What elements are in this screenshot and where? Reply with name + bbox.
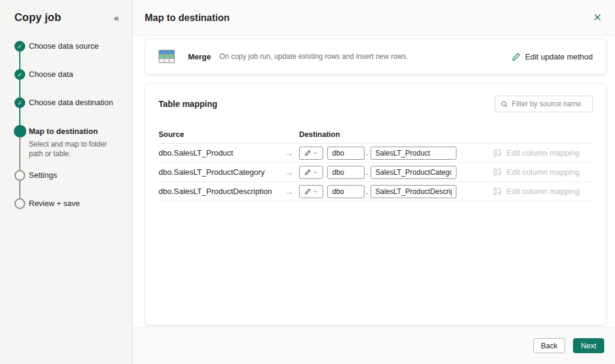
- step-label: Review + save: [29, 198, 132, 209]
- mapping-row: dbo.SalesLT_Product → . Edit column mapp…: [159, 144, 593, 163]
- table-mapping-card: Table mapping Source Destination dbo.Sal…: [145, 83, 607, 326]
- source-column-header: Source: [159, 130, 279, 139]
- collapse-sidebar-icon[interactable]: «: [114, 13, 119, 22]
- edit-destination-dropdown[interactable]: [299, 185, 323, 198]
- update-method-card: Merge On copy job run, update existing r…: [145, 38, 607, 74]
- table-input[interactable]: [371, 166, 456, 179]
- close-icon[interactable]: ✕: [592, 11, 603, 24]
- schema-table-separator: .: [365, 148, 369, 157]
- mapping-table-head: Source Destination: [159, 126, 593, 144]
- pencil-icon: [304, 169, 311, 175]
- step-label: Settings: [29, 170, 132, 181]
- sidebar-header: Copy job «: [0, 11, 132, 24]
- page-title: Map to destination: [145, 13, 229, 23]
- wizard-step[interactable]: Map to destination Select and map to fol…: [0, 126, 132, 170]
- pencil-icon: [512, 52, 521, 61]
- destination-column-header: Destination: [299, 130, 340, 139]
- table-input[interactable]: [371, 185, 456, 198]
- chevron-down-icon: [313, 189, 318, 194]
- check-icon: ✓: [17, 71, 22, 78]
- step-status-icon: [14, 198, 25, 209]
- wizard-step[interactable]: Settings: [0, 170, 132, 198]
- schema-table-separator: .: [365, 168, 369, 177]
- arrow-right-icon: →: [279, 167, 299, 177]
- source-name: dbo.SalesLT_ProductCategory: [159, 168, 279, 177]
- column-mapping-icon: [493, 168, 502, 177]
- step-status-icon: ✓: [14, 41, 25, 52]
- wizard-step[interactable]: ✓ Choose data: [0, 69, 132, 97]
- edit-column-mapping-label: Edit column mapping: [507, 187, 580, 196]
- edit-update-method-label: Edit update method: [525, 52, 593, 61]
- edit-column-mapping-button[interactable]: Edit column mapping: [493, 187, 593, 196]
- update-method-name: Merge: [188, 52, 211, 61]
- check-icon: ✓: [17, 100, 22, 106]
- filter-source-input[interactable]: [512, 100, 587, 108]
- mapping-row: dbo.SalesLT_ProductDescription → . Edit …: [159, 182, 593, 201]
- search-icon: [501, 100, 507, 108]
- edit-column-mapping-button[interactable]: Edit column mapping: [493, 168, 593, 177]
- wizard-step[interactable]: Review + save: [0, 198, 132, 226]
- schema-input[interactable]: [327, 147, 365, 160]
- edit-update-method-button[interactable]: Edit update method: [512, 52, 593, 61]
- table-mapping-title: Table mapping: [159, 99, 217, 109]
- panel-header: Map to destination ✕: [133, 0, 615, 36]
- schema-input[interactable]: [327, 185, 365, 198]
- step-status-icon: [14, 170, 25, 181]
- check-icon: ✓: [17, 43, 22, 50]
- sidebar-title: Copy job: [14, 11, 61, 24]
- step-status-icon: ✓: [14, 69, 25, 80]
- main-panel: Map to destination ✕ Merge On copy job r…: [133, 0, 615, 364]
- step-label: Choose data destination: [29, 97, 132, 108]
- panel-content: Merge On copy job run, update existing r…: [133, 36, 615, 327]
- schema-table-separator: .: [365, 187, 369, 196]
- chevron-down-icon: [313, 170, 318, 175]
- pencil-icon: [304, 188, 311, 195]
- schema-input[interactable]: [327, 166, 365, 179]
- column-mapping-icon: [493, 187, 502, 196]
- wizard-sidebar: Copy job « ✓ Choose data source ✓ Choose…: [0, 0, 133, 364]
- step-status-icon: [14, 125, 26, 138]
- table-mapping-header: Table mapping: [159, 96, 593, 112]
- next-button[interactable]: Next: [573, 338, 604, 353]
- column-mapping-icon: [493, 148, 502, 157]
- step-label: Choose data: [29, 69, 132, 80]
- wizard-step[interactable]: ✓ Choose data destination: [0, 97, 132, 126]
- merge-table-icon: [159, 50, 175, 63]
- arrow-right-icon: →: [279, 186, 299, 196]
- edit-destination-dropdown[interactable]: [299, 166, 323, 179]
- update-method-description: On copy job run, update existing rows an…: [219, 52, 408, 61]
- wizard-footer: Back Next: [133, 327, 615, 364]
- back-button[interactable]: Back: [533, 338, 566, 353]
- step-status-icon: ✓: [14, 97, 25, 108]
- arrow-right-icon: →: [279, 148, 299, 158]
- edit-column-mapping-label: Edit column mapping: [507, 148, 580, 157]
- wizard-steps: ✓ Choose data source ✓ Choose data ✓ Cho…: [0, 41, 132, 226]
- chevron-down-icon: [313, 151, 318, 156]
- mapping-row: dbo.SalesLT_ProductCategory → . Edit col…: [159, 163, 593, 182]
- edit-column-mapping-button[interactable]: Edit column mapping: [493, 148, 593, 157]
- step-label: Choose data source: [29, 41, 132, 52]
- edit-column-mapping-label: Edit column mapping: [507, 168, 580, 177]
- wizard-step[interactable]: ✓ Choose data source: [0, 41, 132, 69]
- mapping-rows: dbo.SalesLT_Product → . Edit column mapp…: [159, 144, 593, 201]
- source-name: dbo.SalesLT_Product: [159, 148, 279, 157]
- step-description: Select and map to folder path or table.: [29, 139, 120, 159]
- step-label: Map to destination: [29, 126, 132, 137]
- mapping-table: Source Destination dbo.SalesLT_Product →…: [159, 126, 593, 201]
- table-input[interactable]: [371, 147, 456, 160]
- edit-destination-dropdown[interactable]: [299, 147, 323, 160]
- filter-input-wrapper: [495, 96, 593, 112]
- pencil-icon: [304, 150, 311, 156]
- source-name: dbo.SalesLT_ProductDescription: [159, 187, 279, 196]
